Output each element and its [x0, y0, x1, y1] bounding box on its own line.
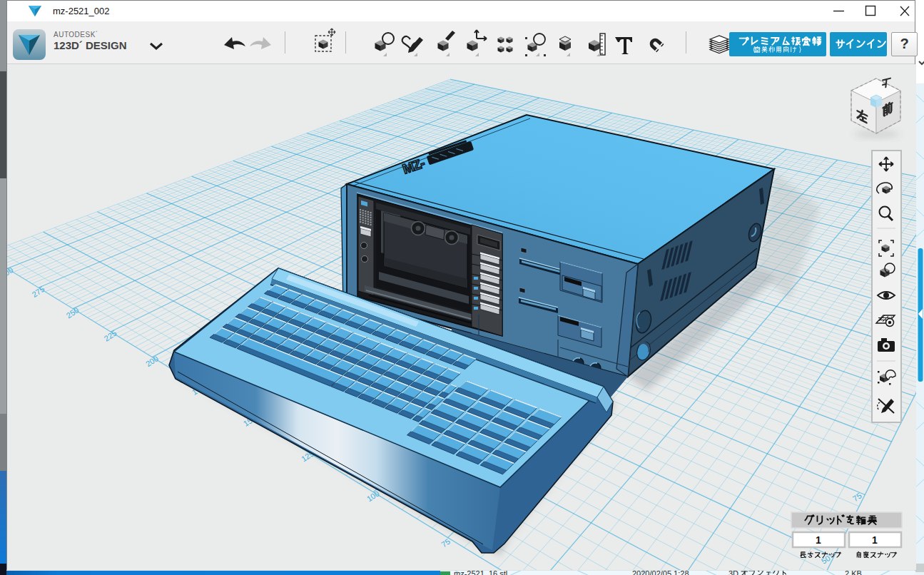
svg-text:225: 225 [103, 329, 118, 343]
svg-text:275: 275 [30, 285, 46, 299]
svg-text:100: 100 [365, 489, 381, 503]
svg-text:1: 1 [872, 534, 878, 546]
svg-text:200: 200 [144, 354, 160, 368]
svg-text:1: 1 [816, 534, 821, 546]
svg-text:250: 250 [65, 305, 81, 320]
svg-text:300: 300 [7, 265, 14, 280]
